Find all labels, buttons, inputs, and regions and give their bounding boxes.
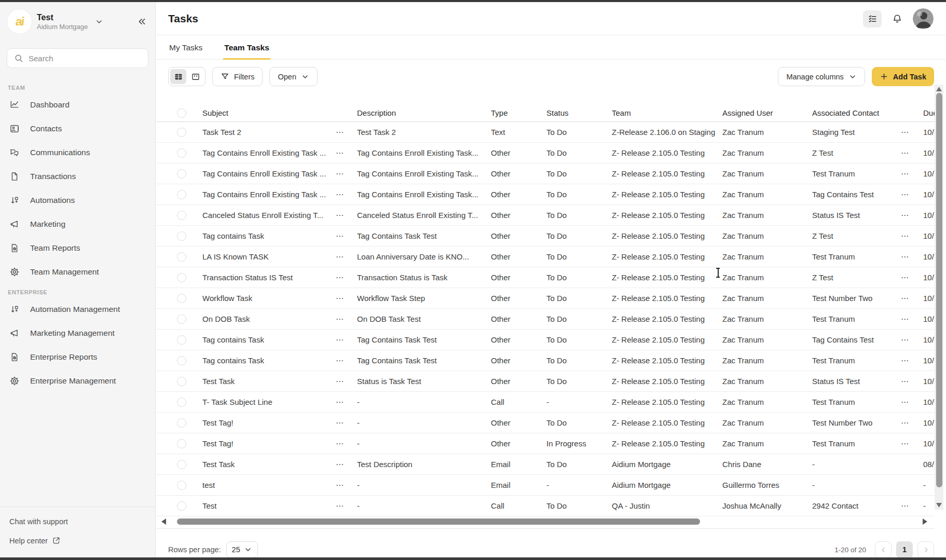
table-row[interactable]: Tag Contains Enroll Existing Task ...⋯Ta… [156, 184, 935, 205]
table-row[interactable]: Test Tag!⋯-OtherTo DoZ- Release 2.105.0 … [156, 413, 935, 433]
scroll-left-arrow-icon[interactable] [161, 518, 166, 525]
sidebar-item-transactions[interactable]: Transactions [0, 165, 155, 188]
sidebar-item-enterprise-reports[interactable]: Enterprise Reports [0, 345, 155, 369]
row-checkbox[interactable] [177, 418, 186, 428]
row-checkbox[interactable] [177, 315, 186, 324]
sidebar-item-enterprise-management[interactable]: Enterprise Management [0, 369, 155, 393]
contact-menu-button[interactable]: ⋯ [898, 252, 912, 262]
contact-menu-button[interactable]: ⋯ [898, 397, 912, 407]
vertical-scrollbar[interactable] [935, 85, 943, 510]
contact-menu-button[interactable]: ⋯ [898, 148, 912, 158]
row-menu-button[interactable]: ⋯ [333, 189, 347, 199]
row-menu-button[interactable]: ⋯ [333, 501, 347, 511]
help-center-link[interactable]: Help center [9, 533, 146, 545]
row-checkbox[interactable] [177, 252, 186, 262]
table-row[interactable]: T- Task Subject Line⋯-Call-Z- Release 2.… [156, 392, 935, 413]
row-checkbox[interactable] [177, 335, 186, 345]
row-checkbox[interactable] [177, 398, 186, 407]
row-checkbox[interactable] [177, 148, 186, 158]
collapse-sidebar-icon[interactable] [135, 15, 149, 29]
row-checkbox[interactable] [177, 231, 186, 241]
table-row[interactable]: On DOB Task⋯On DOB Task TestOtherTo DoZ-… [156, 309, 935, 330]
row-checkbox[interactable] [177, 169, 186, 179]
table-row[interactable]: Workflow Task⋯Workflow Task StepOtherTo … [156, 288, 935, 309]
row-checkbox[interactable] [177, 377, 186, 386]
page-number-button[interactable]: 1 [896, 541, 913, 558]
notifications-button[interactable] [888, 10, 907, 28]
sidebar-item-team-management[interactable]: Team Management [0, 260, 155, 284]
manage-columns-button[interactable]: Manage columns [778, 67, 865, 86]
horizontal-scrollbar[interactable] [161, 517, 927, 525]
sidebar-item-marketing[interactable]: Marketing [0, 212, 155, 236]
row-menu-button[interactable]: ⋯ [333, 148, 347, 158]
tab-my-tasks[interactable]: My Tasks [168, 43, 203, 60]
chevron-down-icon[interactable] [95, 18, 103, 26]
row-menu-button[interactable]: ⋯ [333, 169, 347, 179]
sidebar-item-automation-management[interactable]: Automation Management [0, 297, 155, 321]
workspace-switcher[interactable]: ai Test Aidium Mortgage [0, 2, 155, 39]
horizontal-scrollbar-thumb[interactable] [177, 518, 700, 525]
row-menu-button[interactable]: ⋯ [333, 335, 347, 345]
row-menu-button[interactable]: ⋯ [333, 314, 347, 324]
table-row[interactable]: Tag Contains Enroll Existing Task ...⋯Ta… [156, 163, 935, 184]
table-row[interactable]: Tag contains Task⋯Tag Contains Task Test… [156, 330, 935, 350]
row-checkbox[interactable] [177, 294, 186, 303]
sidebar-item-dashboard[interactable]: Dashboard [0, 93, 155, 117]
table-row[interactable]: Tag contains Task⋯Tag Contains Task Test… [156, 226, 935, 247]
column-header-assigned-user[interactable]: Assigned User [720, 108, 810, 117]
row-checkbox[interactable] [177, 501, 186, 511]
contact-menu-button[interactable]: ⋯ [898, 356, 912, 365]
table-row[interactable]: Test Tag!⋯-OtherIn ProgressZ- Release 2.… [156, 433, 935, 454]
kanban-view-button[interactable] [187, 69, 203, 84]
row-menu-button[interactable]: ⋯ [333, 480, 347, 490]
add-task-button[interactable]: Add Task [872, 67, 934, 86]
contact-menu-button[interactable]: ⋯ [898, 439, 912, 448]
column-header-subject[interactable]: Subject [202, 108, 333, 117]
column-header-associated-contact[interactable]: Associated Contact [810, 108, 898, 117]
sidebar-item-communications[interactable]: Communications [0, 141, 155, 165]
contact-menu-button[interactable]: ⋯ [898, 127, 912, 137]
contact-menu-button[interactable]: ⋯ [898, 293, 912, 303]
previous-page-button[interactable] [875, 541, 892, 558]
sidebar-item-team-reports[interactable]: Team Reports [0, 236, 155, 260]
column-header-due[interactable]: Due [923, 108, 935, 117]
scroll-up-arrow-icon[interactable] [936, 87, 942, 91]
row-menu-button[interactable]: ⋯ [333, 293, 347, 303]
search-input[interactable] [29, 54, 142, 63]
column-header-team[interactable]: Team [609, 108, 720, 117]
row-checkbox[interactable] [177, 211, 186, 220]
contact-menu-button[interactable]: ⋯ [898, 231, 912, 241]
table-row[interactable]: Test⋯-CallTo DoQA - JustinJoshua McAnall… [156, 496, 935, 516]
row-checkbox[interactable] [177, 439, 186, 448]
row-menu-button[interactable]: ⋯ [333, 459, 347, 469]
table-row[interactable]: Test Task⋯Status is Task TestOtherTo DoZ… [156, 371, 935, 392]
contact-menu-button[interactable]: ⋯ [898, 314, 912, 324]
contact-menu-button[interactable]: ⋯ [898, 210, 912, 220]
contact-menu-button[interactable]: ⋯ [898, 169, 912, 179]
row-menu-button[interactable]: ⋯ [333, 231, 347, 241]
row-menu-button[interactable]: ⋯ [333, 439, 347, 448]
row-menu-button[interactable]: ⋯ [333, 127, 347, 137]
scroll-right-arrow-icon[interactable] [923, 518, 927, 525]
user-avatar[interactable] [913, 8, 934, 29]
contact-menu-button[interactable]: ⋯ [898, 272, 912, 282]
row-checkbox[interactable] [177, 128, 186, 137]
row-checkbox[interactable] [177, 481, 186, 490]
select-all-checkbox[interactable] [177, 108, 186, 118]
row-menu-button[interactable]: ⋯ [333, 356, 347, 365]
table-row[interactable]: Canceled Status Enroll Existing T...⋯Can… [156, 205, 935, 226]
row-checkbox[interactable] [177, 356, 186, 365]
row-menu-button[interactable]: ⋯ [333, 418, 347, 428]
row-checkbox[interactable] [177, 273, 186, 282]
column-header-status[interactable]: Status [544, 108, 609, 117]
table-row[interactable]: Transaction Status IS Test⋯Transaction S… [156, 267, 935, 288]
tasks-checklist-button[interactable] [863, 10, 882, 28]
sidebar-search[interactable] [7, 48, 148, 68]
row-menu-button[interactable]: ⋯ [333, 210, 347, 220]
row-menu-button[interactable]: ⋯ [333, 272, 347, 282]
table-row[interactable]: Tag Contains Enroll Existing Task ...⋯Ta… [156, 143, 935, 163]
sidebar-item-contacts[interactable]: Contacts [0, 117, 155, 141]
open-filter-dropdown[interactable]: Open [269, 67, 317, 86]
contact-menu-button[interactable]: ⋯ [898, 189, 912, 199]
table-row[interactable]: Test Task⋯Test DescriptionEmailTo DoAidi… [156, 454, 935, 475]
